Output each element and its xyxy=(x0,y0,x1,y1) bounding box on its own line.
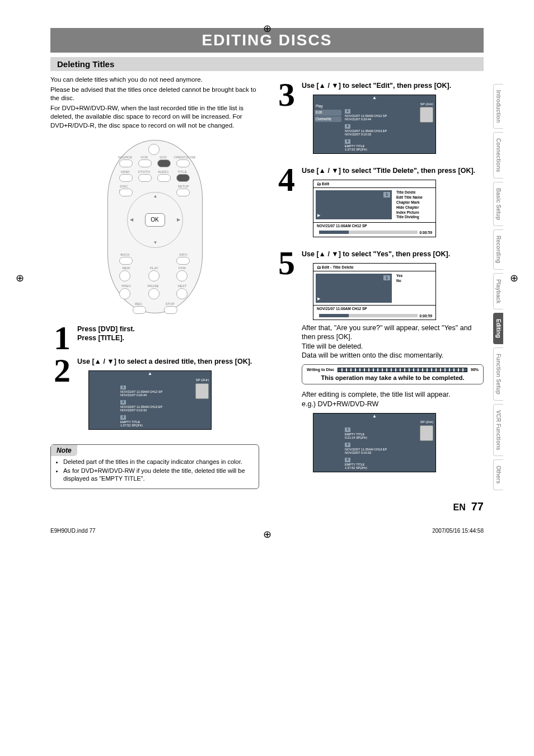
remote-label: SOURCE xyxy=(117,155,134,159)
remote-label: OPEN/CLOSE xyxy=(174,155,191,159)
remote-label: TITLE xyxy=(174,170,191,174)
tab-playback[interactable]: Playback xyxy=(493,273,503,309)
after-edit-text: After editing is complete, the title lis… xyxy=(302,390,484,399)
tab-basic-setup[interactable]: Basic Setup xyxy=(493,182,503,226)
remote-btn xyxy=(157,174,171,182)
note-label: Note xyxy=(51,445,77,456)
page-number-row: EN77 xyxy=(50,500,484,513)
remote-btn xyxy=(176,189,190,196)
side-tabs: Introduction Connections Basic Setup Rec… xyxy=(493,84,503,494)
remote-btn xyxy=(148,288,160,299)
remote-label: REC xyxy=(130,302,147,306)
step-number: 2 xyxy=(50,357,74,384)
remote-btn xyxy=(119,257,133,265)
remote-btn xyxy=(133,306,146,314)
left-column: You can delete titles which you do not n… xyxy=(50,76,259,489)
remote-label: FFW xyxy=(174,266,191,270)
step-number: 3 xyxy=(275,81,298,108)
remote-btn xyxy=(176,159,190,167)
print-mark-right: ⊕ xyxy=(510,272,518,284)
right-column: 3 Use [▲ / ▼] to select "Edit", then pre… xyxy=(275,76,484,489)
remote-btn xyxy=(119,189,133,196)
intro-line: Please be advised that the titles once d… xyxy=(50,86,259,103)
tab-connections[interactable]: Connections xyxy=(493,132,503,179)
step5-text: Use [▲ / ▼] to select "Yes", then press … xyxy=(302,250,450,258)
osd-title-list-result: ▲ SP (2Hr) 1EMPTY TITLE0:21:14 SP(2Hr) 2… xyxy=(313,413,436,472)
remote-btn xyxy=(148,270,160,281)
remote-btn xyxy=(119,159,133,167)
remote-btn xyxy=(157,159,171,167)
osd-confirm-menu: 🗂 Edit - Title Delete 1 ▶ Yes No xyxy=(313,263,436,320)
tab-recording[interactable]: Recording xyxy=(493,229,503,269)
step4-text: Use [▲ / ▼] to select "Title Delete", th… xyxy=(302,167,475,175)
footer-file: E9H90UD.indd 77 xyxy=(50,528,96,534)
remote-illustration: SOURCE VCR DVD OPEN/CLOSE HDMI DTV/TV AU… xyxy=(107,140,203,313)
remote-btn xyxy=(176,288,188,299)
step-number: 5 xyxy=(275,250,298,276)
writing-box: Writing to Disc 90% This operation may t… xyxy=(302,364,484,384)
remote-label: PLAY xyxy=(146,266,163,270)
remote-label: VCR xyxy=(136,155,153,159)
tab-others[interactable]: Others xyxy=(493,459,503,490)
remote-label: PAUSE xyxy=(145,284,162,288)
remote-btn xyxy=(138,174,152,182)
remote-label: DVD xyxy=(155,155,172,159)
remote-power xyxy=(148,144,160,155)
remote-ok: OK xyxy=(145,213,165,227)
step1-line1: Press [DVD] first. xyxy=(77,325,259,334)
remote-label: HDMI xyxy=(117,170,134,174)
tab-introduction[interactable]: Introduction xyxy=(493,84,503,129)
step-number: 1 xyxy=(50,325,74,351)
writing-caption: This operation may take a while to be co… xyxy=(307,374,479,382)
remote-label: REW xyxy=(118,266,135,270)
remote-label: BACK xyxy=(117,252,134,257)
note-box: Note Deleted part of the titles in the c… xyxy=(50,444,259,489)
tab-function-setup[interactable]: Function Setup xyxy=(493,348,503,401)
tab-editing[interactable]: Editing xyxy=(493,313,503,344)
remote-btn xyxy=(176,174,190,182)
section-header: Deleting Titles xyxy=(50,57,484,71)
note-item: As for DVD+RW/DVD-RW if you delete the t… xyxy=(63,467,251,483)
osd-title-list: ▲ Play Edit Overwrite SP (2Hr) 1NOV/21/0… xyxy=(313,95,436,154)
intro-line: For DVD+RW/DVD-RW, when the last recorde… xyxy=(50,104,259,130)
remote-label: PREV xyxy=(118,284,135,288)
step1-line2: Press [TITLE]. xyxy=(77,334,259,342)
remote-label: STOP xyxy=(162,302,179,306)
footer-date: 2007/05/16 15:44:58 xyxy=(432,528,484,534)
after-text: After that, "Are you sure?" will appear,… xyxy=(302,323,484,342)
print-mark-left: ⊕ xyxy=(16,272,24,284)
after-text: Title will be deleted. xyxy=(302,342,484,351)
remote-btn xyxy=(138,159,152,167)
example-label: e.g.) DVD+RW/DVD-RW xyxy=(302,400,484,408)
osd-edit-menu: 🗂 Edit 1 ▶ Title Delete Edit Title Name … xyxy=(313,180,436,237)
note-item: Deleted part of the titles in the capaci… xyxy=(63,458,251,466)
step2-text: Use [▲ / ▼] to select a desired title, t… xyxy=(77,358,252,365)
step-number: 4 xyxy=(275,166,298,193)
remote-btn xyxy=(164,306,177,314)
remote-label: NEXT xyxy=(174,284,191,288)
remote-label: DTV/TV xyxy=(136,170,153,174)
intro-line: You can delete titles which you do not n… xyxy=(50,76,259,84)
remote-btn xyxy=(119,270,130,281)
remote-btn xyxy=(119,174,133,182)
print-mark-top: ⊕ xyxy=(263,22,271,35)
osd-title-list: ▲ SP (2Hr) 1NOV/21/07 11:00AM CH12 SPNOV… xyxy=(88,370,212,430)
remote-label: INFO xyxy=(175,252,192,257)
after-text: Data will be written onto the disc momen… xyxy=(302,351,484,360)
remote-label: AUDIO xyxy=(155,170,172,174)
remote-btn xyxy=(176,257,190,265)
remote-label: SETUP xyxy=(175,184,192,189)
tab-vcr-functions[interactable]: VCR Functions xyxy=(493,404,503,457)
remote-btn xyxy=(119,288,130,299)
print-mark-bottom: ⊕ xyxy=(263,528,271,541)
remote-btn xyxy=(176,270,188,281)
step3-text: Use [▲ / ▼] to select "Edit", then press… xyxy=(302,82,451,90)
